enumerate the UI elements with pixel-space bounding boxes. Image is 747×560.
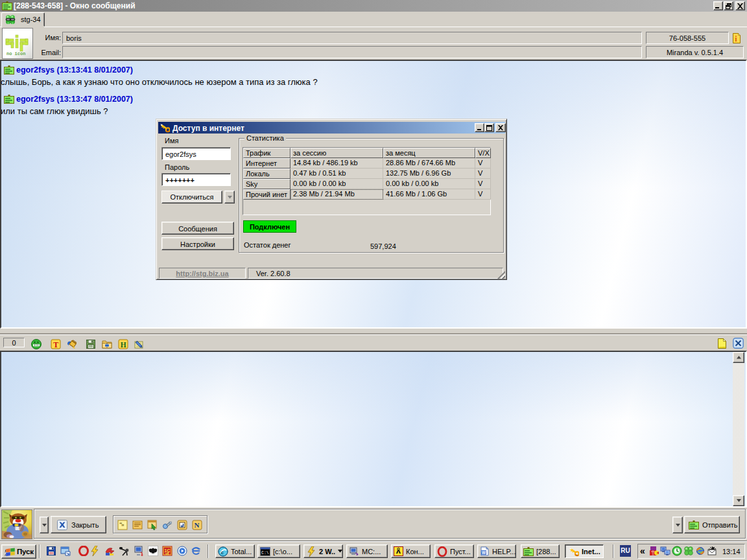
svg-text:c: c bbox=[221, 550, 224, 555]
svg-text:T: T bbox=[53, 340, 58, 349]
svg-text:no icon: no icon bbox=[6, 51, 25, 56]
svg-text:N: N bbox=[195, 521, 200, 529]
svg-text:v8: v8 bbox=[165, 552, 169, 555]
svg-text:W: W bbox=[482, 550, 486, 555]
svg-text:H: H bbox=[121, 341, 126, 349]
svg-text:”: ” bbox=[121, 523, 124, 530]
svg-text:C:\: C:\ bbox=[261, 551, 269, 555]
